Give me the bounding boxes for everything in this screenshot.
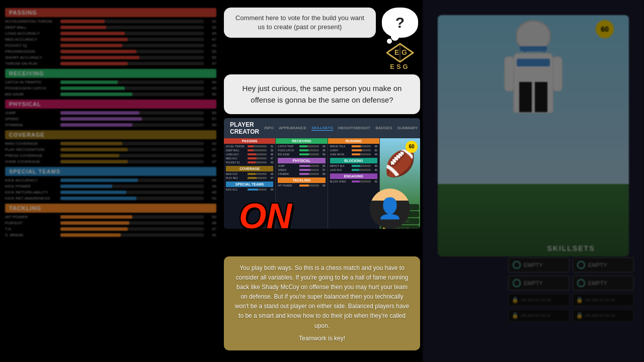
coverage-section-header: COVERAGE (5, 130, 216, 139)
stat-row: ZONE COVERAGE 47 (5, 159, 216, 164)
stat-row: THROW ON RUN 47 (5, 61, 216, 66)
pc-tab-height: HEIGHT/WEIGHT (338, 126, 370, 131)
comment-prompt-text: Comment here to vote for the build you w… (232, 14, 368, 32)
question-box: Hey just curious, the same person you ma… (224, 74, 420, 114)
stat-row: MED ACCURACY 47 (5, 37, 216, 42)
passing-section-header: PASSING (5, 8, 216, 17)
svg-text:E: E (394, 48, 399, 56)
stat-row: S. BREAK 42 (5, 233, 216, 237)
esg-logo: E G ESG (386, 43, 414, 70)
stat-row: PURSUIT 48 (5, 221, 216, 225)
physical-section-header: PHYSICAL (5, 100, 216, 109)
svg-text:G: G (401, 48, 407, 56)
stat-row: STAMINA 50 (5, 123, 216, 127)
stat-row: KICK RETURN ABILITY 46 (5, 190, 216, 195)
stat-row: MAN COVERAGE 43 (5, 141, 216, 146)
pc-tab-badges: BADGES (375, 126, 392, 131)
stat-row: POSSESSION CATCH 45 (5, 86, 216, 90)
skillset-empty-4: EMPTY (573, 276, 634, 291)
answer-box: You play both ways. So this is a chess m… (224, 256, 420, 351)
pc-title: PLAYER CREATOR (230, 121, 259, 135)
skillset-empty-1: EMPTY (508, 257, 570, 273)
stat-row: SHORT ACCURACY 55 (5, 55, 216, 60)
stat-row: DEEP BALL 32 (5, 25, 216, 30)
question-cloud: ? (382, 8, 418, 38)
comment-prompt-box: Comment here to vote for the build you w… (224, 8, 376, 38)
question-cloud-group: ? E G ESG (380, 8, 420, 70)
skillset-empty-2: EMPTY (573, 257, 634, 273)
esg-diamond-icon: E G (386, 43, 414, 63)
comment-prompt-row: Comment here to vote for the build you w… (224, 8, 420, 70)
stat-row: BIG EASE 50 (5, 92, 216, 97)
receiving-section-header: RECEIVING (5, 69, 216, 78)
right-panel: 60 SKILLSETS EMPTY EMPTY EMPTY EMPTY 🔒 (423, 0, 644, 362)
stat-row: ACCELERATION THROW 31 (5, 19, 216, 24)
answer-highlight: Teamwork is key! (233, 334, 411, 343)
player-preview-bg: 60 (438, 15, 629, 256)
stat-row: KICK POWER 36 (5, 184, 216, 189)
stat-row: T.A. 47 (5, 227, 216, 231)
stat-row: PLAY RECOGNITION 47 (5, 147, 216, 152)
left-stats-panel: PASSING ACCELERATION THROW 31 DEEP BALL … (0, 0, 221, 362)
streamer-avatar: 👤 (370, 189, 410, 229)
player-emoji: 🏈 (384, 151, 416, 176)
stat-row: SPEED 57 (5, 117, 216, 121)
pc-tabs: INFO APPEARANCE SKILLSETS HEIGHT/WEIGHT … (264, 126, 418, 131)
esg-label: ESG (390, 63, 410, 70)
stat-row: JUMP 55 (5, 111, 216, 115)
stat-row: KICK ACCURACY 54 (5, 178, 216, 183)
center-overlay: Comment here to vote for the build you w… (221, 0, 423, 362)
skillset-locked-1: 🔒 JNL 80K AT LVL 98 (508, 294, 570, 306)
stat-row: PROGRESSION 53 (5, 49, 216, 54)
rating-badge: 60 (596, 20, 614, 38)
question-mark-icon: ? (395, 14, 405, 31)
stat-row: POCKET IQ 43 (5, 43, 216, 48)
pc-tab-skillsets: SKILLSETS (311, 126, 333, 131)
question-text: Hey just curious, the same person you ma… (235, 82, 409, 106)
stat-row: CATCH IN TRAFFIC 40 (5, 80, 216, 84)
skillset-locked-2: 🔒 JKL 80K AT LVL 90 (573, 294, 634, 306)
on-text: ON (239, 199, 292, 234)
pc-tab-appearance: APPEARANCE (279, 126, 306, 131)
tackling-header: TACKLING (5, 204, 216, 213)
stat-row: PRESS COVERAGE 41 (5, 153, 216, 158)
stat-row: HIT POWER 50 (5, 215, 216, 219)
pc-rating: 60 (406, 141, 418, 153)
skillset-locked-4: 🔒 JKL 80K AT LVL 94 (573, 309, 634, 322)
answer-text: You play both ways. So this is a chess m… (233, 263, 411, 331)
pc-header: PLAYER CREATOR INFO APPEARANCE SKILLSETS… (224, 118, 420, 138)
skillset-empty-3: EMPTY (508, 276, 570, 291)
stat-row: KICK RET AWARENESS 53 (5, 196, 216, 201)
stat-row: LONG ACCURACY 45 (5, 31, 216, 36)
skillset-locked-3: 🔒 JNL 80K AT LVL 97 (508, 309, 570, 322)
right-skillsets: SKILLSETS EMPTY EMPTY EMPTY EMPTY 🔒 JNL … (508, 244, 634, 322)
pc-tab-summary: SUMMARY (397, 126, 418, 131)
special-teams-header: SPECIAL TEAMS (5, 167, 216, 176)
pc-tab-info: INFO (264, 126, 274, 131)
